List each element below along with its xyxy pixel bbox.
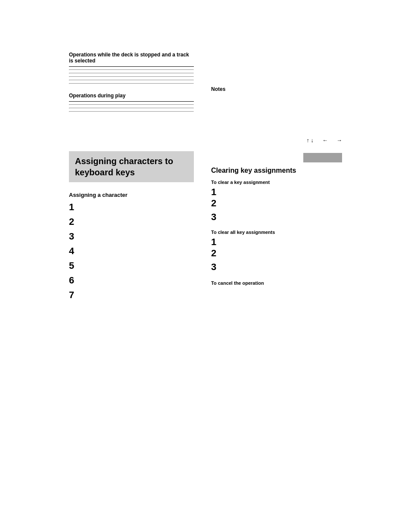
content-line-5 xyxy=(69,83,194,84)
vertical-arrows: ↑ ↓ xyxy=(306,137,314,143)
step-left-3: 3 xyxy=(69,231,194,242)
clear-all-step3: 3 xyxy=(211,261,342,273)
cancel-heading: To cancel the operation xyxy=(211,280,342,286)
clearing-heading: Clearing key assignments xyxy=(211,167,342,174)
content-line-4 xyxy=(69,80,194,81)
gray-block xyxy=(303,153,342,162)
divider2 xyxy=(69,101,194,102)
step-left-2: 2 xyxy=(69,216,194,227)
content-line-8 xyxy=(69,111,194,112)
step-left-4: 4 xyxy=(69,246,194,257)
section2-heading: Operations during play xyxy=(69,93,194,99)
clear-all-step1: 1 xyxy=(211,236,342,248)
step-left-5: 5 xyxy=(69,260,194,271)
clear-all-heading: To clear all key assignments xyxy=(211,230,342,235)
horizontal-right-arrow: → xyxy=(336,137,342,143)
clear-one-heading: To clear a key assignment xyxy=(211,180,342,185)
content-line-2 xyxy=(69,73,194,74)
highlight-box: Assigning characters to keyboard keys xyxy=(69,151,194,182)
horizontal-left-arrow: ← xyxy=(322,137,328,143)
content-line-7 xyxy=(69,108,194,109)
highlight-title: Assigning characters to keyboard keys xyxy=(75,156,188,178)
step-left-1: 1 xyxy=(69,202,194,213)
assigning-sub: Assigning a character xyxy=(69,192,194,198)
content-line-3 xyxy=(69,76,194,77)
step-left-7: 7 xyxy=(69,289,194,301)
notes-label: Notes xyxy=(211,86,342,92)
content-line-6 xyxy=(69,104,194,105)
clearing-section: Clearing key assignments To clear a key … xyxy=(211,167,342,286)
clear-one-step2: 2 xyxy=(211,198,342,209)
content-line-1 xyxy=(69,69,194,70)
steps-left: 1 2 3 4 5 6 7 xyxy=(69,202,194,301)
step-left-6: 6 xyxy=(69,275,194,286)
clear-all-step2: 2 xyxy=(211,248,342,259)
clear-one-step1: 1 xyxy=(211,187,342,198)
section1-heading: Operations while the deck is stopped and… xyxy=(69,52,194,64)
clear-one-step3: 3 xyxy=(211,212,342,223)
arrows-row: ↑ ↓ ← → xyxy=(306,137,342,143)
divider1 xyxy=(69,66,194,67)
